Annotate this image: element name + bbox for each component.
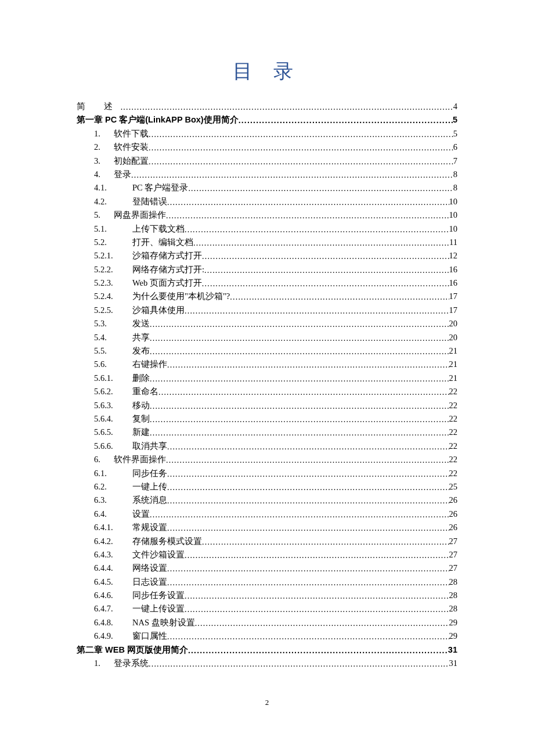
toc-entry-text: 沙箱具体使用 (132, 305, 185, 316)
toc-entry-text: 同步任务设置 (132, 590, 185, 601)
toc-entry-page: 22 (449, 441, 458, 451)
toc-entry-page: 27 (449, 550, 458, 560)
toc-entry-text: 设置 (132, 509, 150, 520)
toc-entry-page: 4 (453, 102, 457, 111)
toc-leader-dots (185, 225, 449, 235)
toc-entry-page: 26 (449, 509, 458, 519)
toc-entry[interactable]: 6.4.2.存储服务模式设置27 (77, 536, 457, 549)
toc-entry-number: 6.1. (94, 469, 132, 478)
toc-entry[interactable]: 5.6.6.取消共享22 (77, 441, 457, 454)
toc-entry[interactable]: 5.2.1.沙箱存储方式打开12 (77, 250, 457, 264)
toc-entry[interactable]: 2.软件安装6 (77, 142, 457, 155)
toc-list: 简 述4第一章 PC 客户端(LinkAPP Box)使用简介51.软件下载52… (77, 101, 457, 671)
toc-entry-text: 软件界面操作 (114, 454, 166, 465)
toc-entry-page: 16 (449, 265, 458, 275)
toc-entry[interactable]: 4.登录8 (77, 169, 457, 182)
toc-entry-text: NAS 盘映射设置 (132, 617, 195, 628)
toc-entry-text: 一键上传设置 (132, 603, 185, 614)
toc-entry[interactable]: 6.4.5.日志设置28 (77, 577, 457, 590)
toc-leader-dots (150, 510, 449, 520)
toc-entry[interactable]: 6.3.系统消息26 (77, 495, 457, 508)
toc-entry[interactable]: 6.4.3.文件沙箱设置27 (77, 549, 457, 563)
toc-leader-dots (149, 157, 453, 167)
toc-entry-text: 软件安装 (114, 142, 149, 153)
toc-entry-text: 网络设置 (132, 563, 167, 574)
toc-entry-text: 删除 (132, 373, 150, 384)
toc-entry[interactable]: 5.4.共享20 (77, 332, 457, 345)
toc-leader-dots (167, 564, 449, 574)
toc-entry[interactable]: 5.2.4.为什么要使用"本机沙箱"?17 (77, 291, 457, 304)
toc-entry-number: 5.6.4. (94, 414, 132, 424)
toc-entry[interactable]: 第二章 WEB 网页版使用简介31 (77, 645, 457, 658)
toc-entry-text: 日志设置 (132, 577, 167, 588)
toc-entry[interactable]: 简 述4 (77, 101, 457, 114)
toc-entry[interactable]: 6.4.设置26 (77, 509, 457, 522)
toc-entry[interactable]: 5.2.5.沙箱具体使用17 (77, 305, 457, 318)
toc-entry[interactable]: 6.4.7.一键上传设置28 (77, 603, 457, 617)
toc-entry-text: 发布 (132, 345, 150, 357)
toc-entry[interactable]: 第一章 PC 客户端(LinkAPP Box)使用简介5 (77, 114, 457, 128)
toc-entry-page: 28 (449, 604, 458, 614)
toc-entry-number: 6. (94, 455, 114, 465)
toc-entry[interactable]: 6.4.9.窗口属性29 (77, 631, 457, 644)
toc-entry-number: 6.2. (94, 482, 132, 492)
toc-entry-page: 5 (453, 115, 457, 124)
toc-leader-dots (131, 171, 453, 180)
toc-entry[interactable]: 5.6.5.新建22 (77, 427, 457, 440)
toc-entry[interactable]: 4.2.登陆错误10 (77, 196, 457, 210)
toc-entry-page: 17 (449, 291, 458, 301)
toc-leader-dots (150, 429, 449, 438)
toc-leader-dots (158, 388, 449, 397)
toc-leader-dots (150, 320, 449, 329)
toc-entry-text: 重命名 (132, 386, 158, 397)
toc-entry[interactable]: 3.初始配置7 (77, 156, 457, 169)
toc-entry-number: 5.6. (94, 359, 132, 369)
toc-leader-dots (166, 211, 449, 221)
toc-entry[interactable]: 6.1.同步任务22 (77, 468, 457, 481)
toc-entry[interactable]: 5.5.发布21 (77, 345, 457, 359)
toc-entry-text: 第二章 WEB 网页版使用简介 (77, 645, 188, 656)
toc-entry[interactable]: 6.4.4.网络设置27 (77, 563, 457, 576)
toc-entry[interactable]: 1.登录系统31 (77, 658, 457, 671)
toc-leader-dots (167, 524, 449, 533)
toc-entry-page: 5 (453, 129, 457, 139)
toc-entry[interactable]: 1.软件下载5 (77, 128, 457, 142)
toc-entry-page: 22 (449, 427, 458, 437)
toc-leader-dots (204, 266, 449, 275)
toc-entry[interactable]: 6.2.一键上传25 (77, 481, 457, 495)
toc-entry[interactable]: 6.4.6.同步任务设置28 (77, 590, 457, 603)
toc-entry-page: 20 (449, 333, 458, 343)
toc-entry-page: 26 (449, 495, 458, 505)
toc-entry[interactable]: 6.4.8.NAS 盘映射设置29 (77, 617, 457, 631)
toc-entry-number: 5.2. (94, 237, 132, 247)
toc-entry-number: 6.4. (94, 509, 132, 519)
toc-leader-dots (167, 361, 449, 370)
toc-entry-number: 5.6.1. (94, 373, 132, 383)
toc-entry[interactable]: 5.6.3.移动22 (77, 400, 457, 413)
toc-entry[interactable]: 4.1.PC 客户端登录8 (77, 182, 457, 196)
toc-entry-number: 5.2.4. (94, 291, 132, 301)
toc-entry-text: 登录系统 (114, 658, 149, 669)
toc-leader-dots (202, 538, 449, 547)
toc-entry[interactable]: 5.1.上传下载文档10 (77, 224, 457, 237)
toc-entry[interactable]: 5.2.2.网络存储方式打开:16 (77, 264, 457, 278)
toc-entry-number: 6.4.7. (94, 604, 132, 614)
toc-leader-dots (230, 293, 449, 302)
toc-entry-number: 5.2.5. (94, 305, 132, 315)
toc-entry[interactable]: 6.4.1.常规设置26 (77, 522, 457, 535)
toc-entry[interactable]: 5.6.右键操作21 (77, 359, 457, 372)
toc-entry[interactable]: 6.软件界面操作22 (77, 454, 457, 467)
toc-entry[interactable]: 5.3.发送20 (77, 318, 457, 332)
toc-entry[interactable]: 5.2.打开、编辑文档11 (77, 237, 457, 250)
toc-entry-text: 新建 (132, 427, 150, 438)
toc-entry-page: 26 (449, 523, 458, 532)
toc-entry[interactable]: 5.6.4.复制22 (77, 413, 457, 427)
toc-entry[interactable]: 5.2.3.Web 页面方式打开16 (77, 278, 457, 291)
toc-entry[interactable]: 5.6.1.删除21 (77, 373, 457, 386)
toc-entry-page: 16 (449, 278, 458, 288)
toc-entry[interactable]: 5.网盘界面操作10 (77, 210, 457, 223)
toc-leader-dots (149, 130, 453, 139)
toc-entry-page: 28 (449, 591, 458, 600)
toc-entry[interactable]: 5.6.2.重命名22 (77, 386, 457, 399)
toc-leader-dots (195, 619, 449, 628)
